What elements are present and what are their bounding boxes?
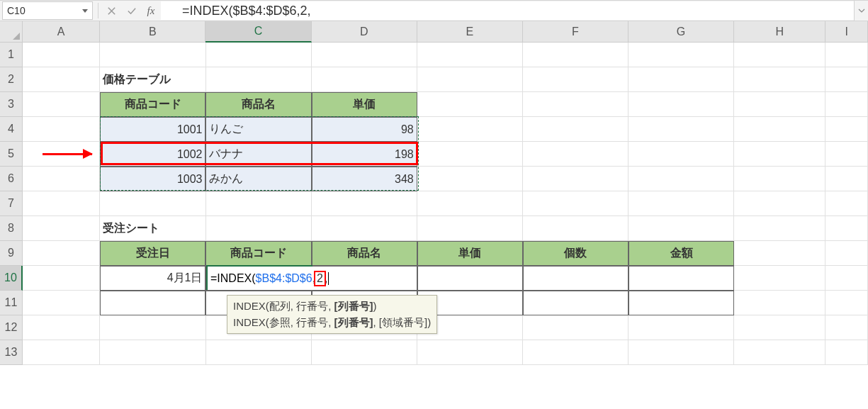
row-header-3[interactable]: 3: [0, 92, 23, 117]
cell[interactable]: [734, 191, 825, 216]
cell[interactable]: [523, 266, 629, 291]
row-header-7[interactable]: 7: [0, 191, 23, 216]
row-header-1[interactable]: 1: [0, 43, 23, 67]
cell[interactable]: [23, 142, 100, 167]
cell[interactable]: 1002: [100, 142, 205, 167]
cell[interactable]: [734, 291, 825, 315]
cell[interactable]: [523, 191, 629, 216]
cell[interactable]: [417, 191, 523, 216]
cell[interactable]: [825, 291, 868, 315]
cell[interactable]: [23, 117, 100, 142]
cell[interactable]: [734, 167, 825, 191]
row-header-8[interactable]: 8: [0, 216, 23, 241]
cell[interactable]: [629, 291, 734, 315]
cell[interactable]: [523, 340, 629, 365]
cell[interactable]: [523, 43, 629, 67]
cell[interactable]: [629, 167, 734, 191]
cell[interactable]: [206, 340, 312, 365]
cell[interactable]: [734, 216, 825, 241]
cell[interactable]: [629, 117, 734, 142]
cell[interactable]: 4月1日: [100, 266, 205, 291]
name-box[interactable]: C10: [2, 1, 93, 20]
cell[interactable]: [825, 92, 868, 117]
column-header-I[interactable]: I: [825, 21, 868, 43]
column-header-C[interactable]: C: [205, 21, 311, 43]
cell[interactable]: [629, 142, 734, 167]
cell[interactable]: [417, 67, 523, 92]
cell[interactable]: [100, 43, 205, 67]
cell[interactable]: [734, 67, 825, 92]
cell[interactable]: [23, 191, 100, 216]
cell[interactable]: 金額: [629, 241, 734, 266]
row-header-5[interactable]: 5: [0, 142, 23, 167]
cell[interactable]: [417, 92, 523, 117]
cell[interactable]: [312, 340, 417, 365]
cell[interactable]: [23, 67, 100, 92]
cell[interactable]: [734, 241, 825, 266]
cell[interactable]: [825, 216, 868, 241]
row-header-10[interactable]: 10: [0, 266, 23, 291]
cell[interactable]: 単価: [312, 92, 417, 117]
row-header-11[interactable]: 11: [0, 291, 23, 315]
select-all-corner[interactable]: [0, 21, 23, 43]
cell[interactable]: 受注シート: [100, 216, 205, 241]
row-header-13[interactable]: 13: [0, 340, 23, 365]
cell[interactable]: [23, 216, 100, 241]
cell[interactable]: [629, 216, 734, 241]
row-header-9[interactable]: 9: [0, 241, 23, 266]
cell[interactable]: 348: [312, 167, 417, 191]
confirm-button[interactable]: [121, 1, 141, 20]
cell[interactable]: [629, 266, 734, 291]
cell[interactable]: [312, 43, 417, 67]
cell[interactable]: [734, 92, 825, 117]
cell[interactable]: [206, 67, 312, 92]
cell[interactable]: [825, 315, 868, 340]
cell[interactable]: [629, 191, 734, 216]
cell[interactable]: [523, 291, 629, 315]
formula-input[interactable]: =INDEX($B$4:$D$6,2,: [161, 1, 854, 20]
cell[interactable]: [417, 142, 523, 167]
cell[interactable]: 1003: [100, 167, 205, 191]
cell[interactable]: [23, 266, 100, 291]
cell[interactable]: [23, 340, 100, 365]
cell[interactable]: 単価: [417, 241, 523, 266]
cell[interactable]: [734, 43, 825, 67]
cell[interactable]: 商品名: [312, 241, 417, 266]
row-header-4[interactable]: 4: [0, 117, 23, 142]
formula-bar-expand[interactable]: [854, 1, 868, 21]
column-header-B[interactable]: B: [100, 21, 205, 43]
column-header-F[interactable]: F: [523, 21, 629, 43]
cell[interactable]: 商品コード: [100, 92, 205, 117]
cell[interactable]: [23, 92, 100, 117]
cell[interactable]: [825, 142, 868, 167]
cell[interactable]: [523, 92, 629, 117]
cancel-button[interactable]: [101, 1, 121, 20]
cell[interactable]: [523, 167, 629, 191]
cell[interactable]: [23, 291, 100, 315]
cell[interactable]: [312, 67, 417, 92]
cell[interactable]: [417, 216, 523, 241]
cell[interactable]: [629, 315, 734, 340]
cell[interactable]: [629, 92, 734, 117]
cell[interactable]: 198: [312, 142, 417, 167]
cell[interactable]: 個数: [523, 241, 629, 266]
cell[interactable]: [100, 340, 205, 365]
cell[interactable]: みかん: [205, 167, 311, 191]
grid-body[interactable]: 価格テーブル商品コード商品名単価1001りんご981002バナナ1981003み…: [23, 43, 868, 365]
column-header-D[interactable]: D: [312, 21, 417, 43]
row-header-12[interactable]: 12: [0, 315, 23, 340]
column-header-H[interactable]: H: [734, 21, 825, 43]
cell[interactable]: [523, 216, 629, 241]
cell[interactable]: [734, 266, 825, 291]
cell[interactable]: [825, 266, 868, 291]
cell[interactable]: [312, 216, 417, 241]
cell[interactable]: [825, 43, 868, 67]
cell[interactable]: [312, 191, 417, 216]
cell[interactable]: [629, 67, 734, 92]
cell-editor[interactable]: =INDEX($B$4:$D$6,2,: [208, 267, 332, 290]
cell[interactable]: [417, 266, 523, 291]
cell[interactable]: 商品名: [205, 92, 311, 117]
cell[interactable]: 1001: [100, 117, 205, 142]
cell[interactable]: [523, 142, 629, 167]
column-header-A[interactable]: A: [23, 21, 100, 43]
